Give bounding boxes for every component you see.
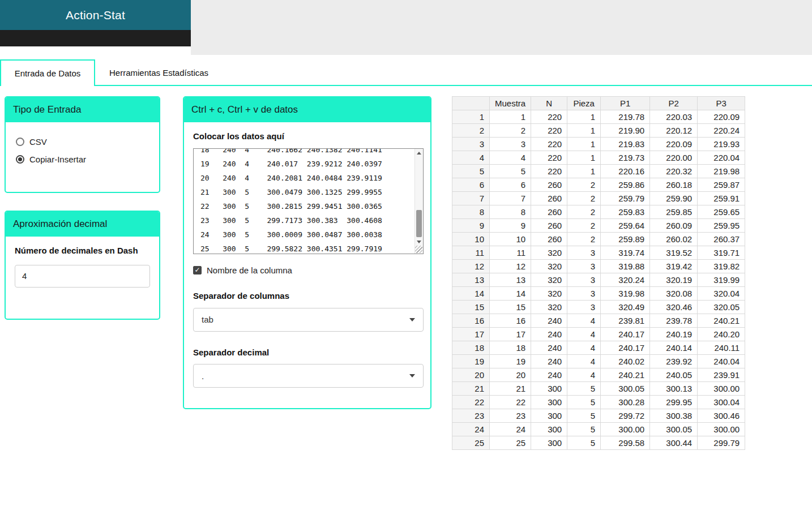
scrollbar-thumb[interactable] bbox=[416, 210, 422, 237]
cell-p3: 240.11 bbox=[698, 341, 745, 355]
cell-p1: 259.89 bbox=[601, 233, 650, 246]
cell-p1: 219.90 bbox=[601, 124, 650, 138]
cell-n: 320 bbox=[531, 246, 567, 260]
cell-n: 220 bbox=[531, 124, 567, 138]
cell-p1: 219.73 bbox=[601, 151, 650, 165]
cell-n: 320 bbox=[531, 287, 567, 301]
column-name-checkbox[interactable] bbox=[193, 266, 202, 274]
tab-herramientas-estadisticas[interactable]: Herramientas Estadísticas bbox=[95, 59, 243, 86]
cell-p3: 319.71 bbox=[698, 246, 745, 260]
cell-p1: 259.79 bbox=[601, 192, 650, 205]
cell-n: 260 bbox=[531, 205, 567, 219]
scroll-down-icon[interactable] bbox=[417, 241, 421, 243]
table-row: 16 16 240 4 239.81 239.78 240.21 bbox=[452, 314, 745, 328]
cell-p3: 300.00 bbox=[698, 382, 745, 396]
cell-n: 260 bbox=[531, 178, 567, 192]
cell-p1: 240.17 bbox=[601, 328, 650, 341]
cell-p1: 300.05 bbox=[601, 382, 650, 396]
radio-icon[interactable] bbox=[16, 138, 24, 146]
radio-icon[interactable] bbox=[16, 155, 24, 164]
cell-p2: 220.32 bbox=[650, 165, 698, 178]
cell-pieza: 3 bbox=[567, 246, 601, 260]
cell-pieza: 3 bbox=[567, 301, 601, 314]
cell-n: 300 bbox=[531, 436, 567, 450]
textarea-scrollbar[interactable] bbox=[414, 149, 423, 254]
cell-index: 21 bbox=[452, 382, 490, 396]
cell-p2: 260.02 bbox=[650, 233, 698, 246]
cell-n: 300 bbox=[531, 423, 567, 436]
table-row: 14 14 320 3 319.98 320.08 320.04 bbox=[452, 287, 745, 301]
cell-pieza: 4 bbox=[567, 341, 601, 355]
cell-muestra: 22 bbox=[490, 396, 531, 409]
paste-textarea[interactable]: 18 240 4 240.1662 240.1382 240.1141 19 2… bbox=[193, 148, 424, 254]
app-root: Action-Stat Entrada de Datos Herramienta… bbox=[0, 0, 812, 519]
cell-muestra: 21 bbox=[490, 382, 531, 396]
table-row: 22 22 300 5 300.28 299.95 300.04 bbox=[452, 396, 745, 409]
cell-p2: 259.90 bbox=[650, 192, 698, 205]
column-name-option[interactable]: Nombre de la columna bbox=[193, 265, 421, 275]
paste-panel: Ctrl + c, Ctrl + v de datos Colocar los … bbox=[183, 96, 431, 409]
table-row: 4 4 220 1 219.73 220.00 220.04 bbox=[452, 151, 745, 165]
cell-pieza: 3 bbox=[567, 260, 601, 273]
cell-muestra: 16 bbox=[490, 314, 531, 328]
scroll-up-icon[interactable] bbox=[417, 152, 421, 155]
decimals-input[interactable] bbox=[15, 265, 150, 288]
cell-index: 7 bbox=[452, 192, 490, 205]
cell-p1: 239.81 bbox=[601, 314, 650, 328]
radio-option-copiar-insertar[interactable]: Copiar-Insertar bbox=[16, 155, 150, 164]
cell-p3: 240.20 bbox=[698, 328, 745, 341]
cell-n: 320 bbox=[531, 260, 567, 273]
cell-p1: 319.98 bbox=[601, 287, 650, 301]
cell-n: 240 bbox=[531, 368, 567, 382]
cell-p2: 240.19 bbox=[650, 328, 698, 341]
cell-n: 260 bbox=[531, 233, 567, 246]
column-separator-dropdown[interactable]: tab bbox=[193, 308, 424, 332]
cell-p3: 300.04 bbox=[698, 396, 745, 409]
cell-p3: 319.82 bbox=[698, 260, 745, 273]
table-row: 21 21 300 5 300.05 300.13 300.00 bbox=[452, 382, 745, 396]
chevron-down-icon bbox=[409, 374, 415, 378]
cell-p2: 299.95 bbox=[650, 396, 698, 409]
cell-p3: 259.87 bbox=[698, 178, 745, 192]
resize-grip-icon[interactable] bbox=[415, 246, 422, 253]
cell-muestra: 9 bbox=[490, 219, 531, 233]
table-row: 10 10 260 2 259.89 260.02 260.37 bbox=[452, 233, 745, 246]
dropdown-value: . bbox=[202, 371, 204, 381]
cell-n: 300 bbox=[531, 382, 567, 396]
col-header-p1: P1 bbox=[601, 97, 650, 110]
cell-p2: 260.18 bbox=[650, 178, 698, 192]
cell-index: 3 bbox=[452, 138, 490, 151]
decimal-separator-dropdown[interactable]: . bbox=[193, 364, 424, 388]
table-row: 1 1 220 1 219.78 220.03 220.09 bbox=[452, 110, 745, 124]
cell-index: 15 bbox=[452, 301, 490, 314]
cell-p1: 219.83 bbox=[601, 138, 650, 151]
app-title: Action-Stat bbox=[66, 8, 125, 22]
cell-p1: 320.24 bbox=[601, 273, 650, 287]
radio-label: Copiar-Insertar bbox=[29, 155, 86, 164]
paste-textarea-content: 18 240 4 240.1662 240.1382 240.1141 19 2… bbox=[194, 148, 423, 254]
dropdown-value: tab bbox=[202, 315, 213, 324]
cell-p2: 319.52 bbox=[650, 246, 698, 260]
cell-n: 260 bbox=[531, 219, 567, 233]
cell-p3: 299.79 bbox=[698, 436, 745, 450]
col-header-p3: P3 bbox=[698, 97, 745, 110]
tabs-bar: Entrada de Datos Herramientas Estadístic… bbox=[0, 59, 812, 86]
tab-entrada-de-datos[interactable]: Entrada de Datos bbox=[0, 59, 95, 86]
cell-pieza: 4 bbox=[567, 368, 601, 382]
chevron-down-icon bbox=[409, 318, 415, 321]
cell-pieza: 1 bbox=[567, 124, 601, 138]
col-header-index bbox=[452, 97, 490, 110]
cell-muestra: 14 bbox=[490, 287, 531, 301]
cell-pieza: 5 bbox=[567, 409, 601, 423]
table-row: 19 19 240 4 240.02 239.92 240.04 bbox=[452, 355, 745, 368]
table-row: 3 3 220 1 219.83 220.09 219.93 bbox=[452, 138, 745, 151]
cell-index: 13 bbox=[452, 273, 490, 287]
radio-option-csv[interactable]: CSV bbox=[16, 137, 150, 147]
cell-p1: 240.21 bbox=[601, 368, 650, 382]
cell-p2: 260.09 bbox=[650, 219, 698, 233]
tab-label: Entrada de Datos bbox=[15, 68, 81, 78]
table-row: 8 8 260 2 259.83 259.85 259.65 bbox=[452, 205, 745, 219]
cell-p2: 320.19 bbox=[650, 273, 698, 287]
cell-p1: 299.72 bbox=[601, 409, 650, 423]
table-row: 25 25 300 5 299.58 300.44 299.79 bbox=[452, 436, 745, 450]
